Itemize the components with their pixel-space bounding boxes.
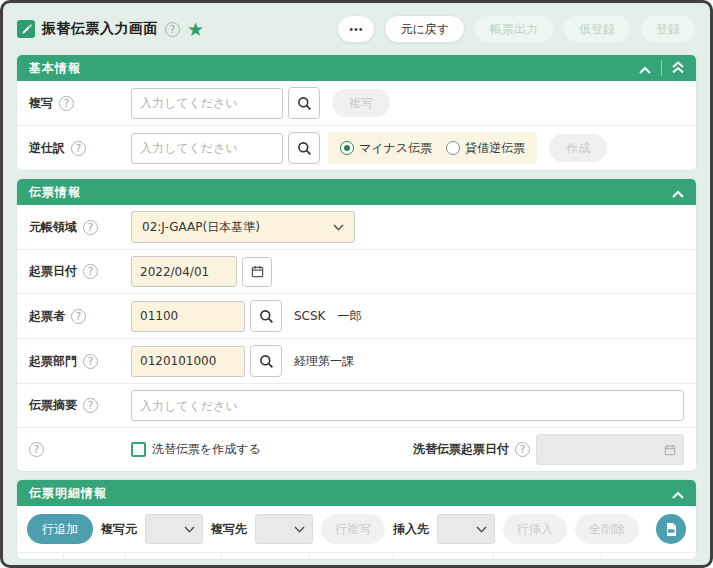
- washover-checkbox-label: 洗替伝票を作成する: [152, 441, 261, 458]
- col-debit-tax-category: 借方消費税計算区分: [493, 553, 601, 559]
- copy-to-select[interactable]: [255, 514, 313, 544]
- radio-debit-credit-reverse[interactable]: 貸借逆伝票: [446, 140, 525, 157]
- basic-info-title: 基本情報: [29, 60, 81, 77]
- col-debit-tax-amount: 借方明細消費税額: [393, 553, 493, 559]
- copy-from-select[interactable]: [145, 514, 203, 544]
- detail-info-section: 伝票明細情報 行追加 複写元 複写先 行複写 挿入先 行挿入 全削除: [17, 480, 696, 559]
- radio-minus-slip[interactable]: マイナス伝票: [340, 140, 432, 157]
- detail-table-header: No ? 行削除 借方勘定科目名 借方計上部門名 借方明細金額 借方明細消費税額…: [17, 553, 696, 559]
- washover-row: ? 洗替伝票を作成する 洗替伝票起票日付 ?: [17, 428, 696, 471]
- csv-export-button[interactable]: [656, 514, 686, 544]
- slip-date-row: 起票日付 ?: [17, 250, 696, 294]
- chevron-down-icon: [294, 526, 305, 533]
- reverse-entry-row: 逆仕訳 ? マイナス伝票 貸借逆伝票 作成: [17, 126, 696, 170]
- insert-to-label: 挿入先: [393, 521, 429, 538]
- dept-name-text: 経理第一課: [294, 353, 354, 370]
- help-icon[interactable]: ?: [29, 442, 44, 457]
- slip-date-input[interactable]: [131, 256, 237, 287]
- author-label: 起票者: [29, 308, 65, 325]
- reverse-label: 逆仕訳: [29, 140, 65, 157]
- collapse-section-icon[interactable]: [672, 484, 684, 503]
- divider: [661, 60, 662, 76]
- help-icon[interactable]: ?: [59, 96, 74, 111]
- reverse-search-button[interactable]: [288, 132, 320, 164]
- summary-label: 伝票摘要: [29, 397, 77, 414]
- page-title: 振替伝票入力画面: [42, 20, 158, 38]
- delete-all-button: 全削除: [575, 514, 639, 544]
- author-search-button[interactable]: [250, 300, 282, 332]
- help-icon[interactable]: ?: [71, 141, 86, 156]
- register-button: 登録: [640, 15, 696, 43]
- slip-info-section: 伝票情報 元帳領域 ? 02:J-GAAP(日本基準) 起票日付 ?: [17, 179, 696, 471]
- slip-summary-input[interactable]: [131, 390, 684, 421]
- ledger-label: 元帳領域: [29, 219, 77, 236]
- washover-checkbox[interactable]: [131, 442, 146, 457]
- slip-info-title: 伝票情報: [29, 184, 81, 201]
- reverse-slip-input[interactable]: [131, 133, 283, 164]
- author-name-text: SCSK 一郎: [294, 308, 361, 325]
- radio-selected-icon: [340, 141, 354, 155]
- ledger-selected-value: 02:J-GAAP(日本基準): [142, 219, 260, 236]
- detail-toolbar: 行追加 複写元 複写先 行複写 挿入先 行挿入 全削除: [17, 506, 696, 553]
- col-debit-department: 借方計上部門名: [221, 553, 309, 559]
- col-row-delete: 行削除: [63, 553, 125, 559]
- detail-info-title: 伝票明細情報: [29, 485, 107, 502]
- help-icon[interactable]: ?: [83, 264, 98, 279]
- help-icon[interactable]: ?: [71, 309, 86, 324]
- chevron-down-icon: [333, 224, 344, 231]
- copy-to-label: 複写先: [211, 521, 247, 538]
- help-icon[interactable]: ?: [83, 354, 98, 369]
- washover-date-label: 洗替伝票起票日付: [413, 441, 509, 458]
- detail-info-header: 伝票明細情報: [17, 480, 696, 506]
- date-label: 起票日付: [29, 263, 77, 280]
- title-group: 振替伝票入力画面 ? ★: [17, 20, 204, 39]
- copy-from-label: 複写元: [101, 521, 137, 538]
- app-window: 振替伝票入力画面 ? ★ ••• 元に戻す 帳票出力 仮登録 登録 基本情報: [0, 0, 713, 568]
- print-output-button: 帳票出力: [474, 15, 554, 43]
- temp-register-button: 仮登録: [563, 15, 631, 43]
- radio-unselected-icon: [446, 141, 460, 155]
- collapse-all-icon[interactable]: [672, 59, 684, 78]
- dept-search-button[interactable]: [250, 345, 282, 377]
- summary-row: 伝票摘要 ?: [17, 384, 696, 428]
- department-row: 起票部門 ? 経理第一課: [17, 339, 696, 384]
- washover-date-input-disabled: [536, 434, 684, 465]
- radio-reverse-label: 貸借逆伝票: [465, 140, 525, 157]
- more-menu-button[interactable]: •••: [337, 15, 375, 43]
- help-icon[interactable]: ?: [83, 398, 98, 413]
- favorite-star-icon[interactable]: ★: [187, 20, 204, 39]
- basic-info-section: 基本情報 複写 ? 複写 逆仕訳: [17, 55, 696, 170]
- calendar-button[interactable]: [242, 257, 272, 287]
- insert-to-select[interactable]: [437, 514, 495, 544]
- copy-label: 複写: [29, 95, 53, 112]
- ledger-area-select[interactable]: 02:J-GAAP(日本基準): [131, 211, 355, 243]
- row-copy-button: 行複写: [321, 514, 385, 544]
- reverse-create-button: 作成: [549, 134, 607, 162]
- add-row-button[interactable]: 行追加: [27, 514, 93, 544]
- basic-info-header: 基本情報: [17, 55, 696, 81]
- ledger-area-row: 元帳領域 ? 02:J-GAAP(日本基準): [17, 205, 696, 250]
- copy-slip-input[interactable]: [131, 88, 283, 119]
- help-icon[interactable]: ?: [515, 442, 530, 457]
- author-row: 起票者 ? SCSK 一郎: [17, 294, 696, 339]
- collapse-section-icon[interactable]: [639, 59, 651, 78]
- col-debit-amount: 借方明細金額: [309, 553, 393, 559]
- dept-label: 起票部門: [29, 353, 77, 370]
- help-icon[interactable]: ?: [165, 22, 180, 37]
- undo-button[interactable]: 元に戻す: [384, 15, 465, 43]
- copy-row: 複写 ? 複写: [17, 81, 696, 126]
- chevron-down-icon: [184, 526, 195, 533]
- col-credit-account: 貸方勘定科目名: [601, 553, 696, 559]
- help-icon[interactable]: ?: [83, 220, 98, 235]
- radio-minus-label: マイナス伝票: [359, 140, 432, 157]
- dept-code-input[interactable]: [131, 346, 245, 377]
- col-debit-account: 借方勘定科目名: [125, 553, 221, 559]
- copy-search-button[interactable]: [288, 87, 320, 119]
- collapse-section-icon[interactable]: [672, 183, 684, 202]
- copy-execute-button: 複写: [332, 89, 390, 117]
- top-bar: 振替伝票入力画面 ? ★ ••• 元に戻す 帳票出力 仮登録 登録: [17, 15, 696, 43]
- author-code-input[interactable]: [131, 301, 245, 332]
- calendar-icon: [664, 444, 676, 456]
- edit-slip-icon: [17, 20, 35, 38]
- reverse-type-radio-group: マイナス伝票 貸借逆伝票: [328, 132, 537, 164]
